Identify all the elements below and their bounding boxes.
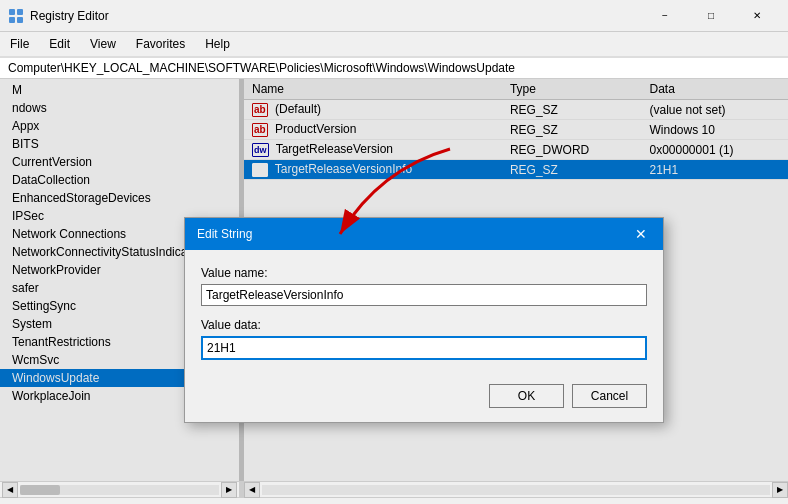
value-data-label: Value data: <box>201 318 647 332</box>
svg-rect-2 <box>9 17 15 23</box>
window-title: Registry Editor <box>30 9 642 23</box>
dialog-close-button[interactable]: ✕ <box>631 224 651 244</box>
scroll-track <box>20 485 219 495</box>
scroll-right-btn[interactable]: ▶ <box>221 482 237 498</box>
menu-favorites[interactable]: Favorites <box>126 34 195 54</box>
ok-button[interactable]: OK <box>489 384 564 408</box>
value-name-label: Value name: <box>201 266 647 280</box>
edit-string-dialog: Edit String ✕ Value name: Value data: OK… <box>184 217 664 423</box>
modal-overlay: Edit String ✕ Value name: Value data: OK… <box>0 79 788 481</box>
window-controls: − □ ✕ <box>642 0 780 32</box>
minimize-button[interactable]: − <box>642 0 688 32</box>
menu-view[interactable]: View <box>80 34 126 54</box>
main-content: M ndows Appx BITS CurrentVersion DataCol… <box>0 79 788 481</box>
value-data-input[interactable] <box>201 336 647 360</box>
menu-file[interactable]: File <box>0 34 39 54</box>
svg-rect-0 <box>9 9 15 15</box>
address-bar: Computer\HKEY_LOCAL_MACHINE\SOFTWARE\Pol… <box>0 57 788 79</box>
cancel-button[interactable]: Cancel <box>572 384 647 408</box>
scroll-thumb[interactable] <box>20 485 60 495</box>
menu-bar: File Edit View Favorites Help <box>0 32 788 57</box>
maximize-button[interactable]: □ <box>688 0 734 32</box>
close-button[interactable]: ✕ <box>734 0 780 32</box>
menu-help[interactable]: Help <box>195 34 240 54</box>
svg-rect-1 <box>17 9 23 15</box>
menu-edit[interactable]: Edit <box>39 34 80 54</box>
scroll-right-btn2[interactable]: ▶ <box>772 482 788 498</box>
scrollbar-area: ◀ ▶ ◀ ▶ <box>0 481 788 497</box>
app-icon <box>8 8 24 24</box>
status-bar <box>0 497 788 504</box>
title-bar: Registry Editor − □ ✕ <box>0 0 788 32</box>
svg-rect-3 <box>17 17 23 23</box>
dialog-footer: OK Cancel <box>185 384 663 422</box>
scroll-track2 <box>262 485 770 495</box>
scroll-left-btn2[interactable]: ◀ <box>244 482 260 498</box>
tree-scrollbar[interactable]: ◀ ▶ <box>0 482 240 497</box>
dialog-title: Edit String <box>197 227 252 241</box>
dialog-title-bar: Edit String ✕ <box>185 218 663 250</box>
values-scrollbar[interactable]: ◀ ▶ <box>244 482 788 497</box>
address-path: Computer\HKEY_LOCAL_MACHINE\SOFTWARE\Pol… <box>8 61 515 75</box>
dialog-body: Value name: Value data: <box>185 250 663 384</box>
scroll-left-btn[interactable]: ◀ <box>2 482 18 498</box>
value-name-input[interactable] <box>201 284 647 306</box>
